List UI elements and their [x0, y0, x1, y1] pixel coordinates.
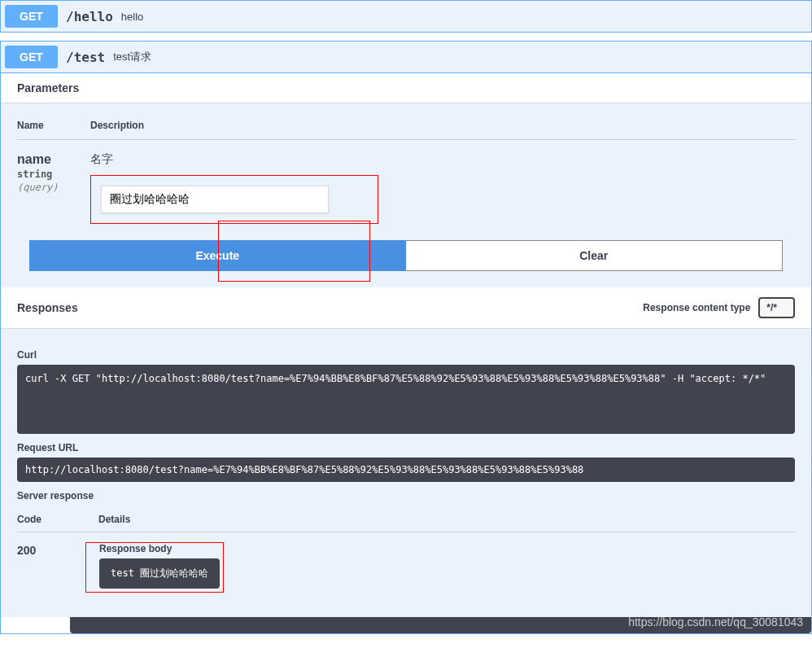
response-body-label: Response body — [99, 543, 220, 554]
param-desc-cell: 名字 — [90, 152, 795, 224]
operation-hello: GET /hello hello — [0, 0, 812, 33]
endpoint-desc: test请求 — [113, 50, 151, 64]
parameters-header: Parameters — [1, 73, 811, 103]
responses-section: Curl curl -X GET "http://localhost:8080/… — [1, 329, 811, 617]
response-details: Response body test 圈过划哈哈哈哈 — [98, 542, 795, 593]
server-response-label: Server response — [17, 490, 795, 501]
highlight-box-response: Response body test 圈过划哈哈哈哈 — [85, 542, 224, 593]
param-name-cell: name string (query) — [17, 152, 90, 193]
highlight-box-input — [90, 175, 378, 224]
execute-button[interactable]: Execute — [29, 240, 406, 271]
col-name: Name — [17, 120, 90, 131]
parameters-title: Parameters — [17, 81, 79, 94]
endpoint-desc: hello — [121, 11, 143, 23]
param-row: name string (query) 名字 — [17, 152, 795, 224]
operation-summary-hello[interactable]: GET /hello hello — [0, 0, 812, 33]
curl-command[interactable]: curl -X GET "http://localhost:8080/test?… — [17, 365, 795, 434]
clear-button[interactable]: Clear — [406, 240, 784, 271]
curl-label: Curl — [17, 349, 795, 361]
response-body-value[interactable]: test 圈过划哈哈哈哈 — [99, 558, 220, 589]
http-method-badge: GET — [5, 5, 58, 28]
response-table-head: Code Details — [17, 514, 795, 532]
request-url-value[interactable]: http://localhost:8080/test?name=%E7%94%B… — [17, 458, 795, 482]
watermark: https://blog.csdn.net/qq_30081043 — [628, 615, 803, 628]
code-column: Code — [17, 514, 98, 525]
response-content-type-select[interactable]: */* — [758, 297, 795, 318]
param-table-head: Name Description — [17, 120, 795, 140]
endpoint-path: /hello — [66, 9, 113, 24]
operation-summary-test[interactable]: GET /test test请求 — [1, 42, 811, 73]
responses-header: Responses Response content type */* — [1, 287, 811, 329]
details-column: Details — [98, 514, 795, 525]
response-content-type-label: Response content type — [643, 302, 750, 313]
response-row: 200 Response body test 圈过划哈哈哈哈 — [17, 542, 795, 593]
responses-title: Responses — [17, 301, 78, 314]
param-name: name — [17, 152, 90, 167]
parameters-section: Name Description name string (query) 名字 … — [1, 103, 811, 287]
col-description: Description — [90, 120, 795, 131]
operation-test: GET /test test请求 Parameters Name Descrip… — [0, 41, 812, 634]
request-url-label: Request URL — [17, 442, 795, 453]
param-description: 名字 — [90, 152, 795, 167]
param-value-input[interactable] — [101, 186, 329, 213]
endpoint-path: /test — [66, 50, 105, 65]
execute-row: Execute Clear — [29, 240, 783, 271]
response-content-type: Response content type */* — [643, 297, 795, 318]
param-in: (query) — [17, 182, 90, 193]
http-method-badge: GET — [5, 46, 58, 68]
param-type: string — [17, 169, 90, 180]
bottom-bar: https://blog.csdn.net/qq_30081043 — [1, 617, 811, 633]
